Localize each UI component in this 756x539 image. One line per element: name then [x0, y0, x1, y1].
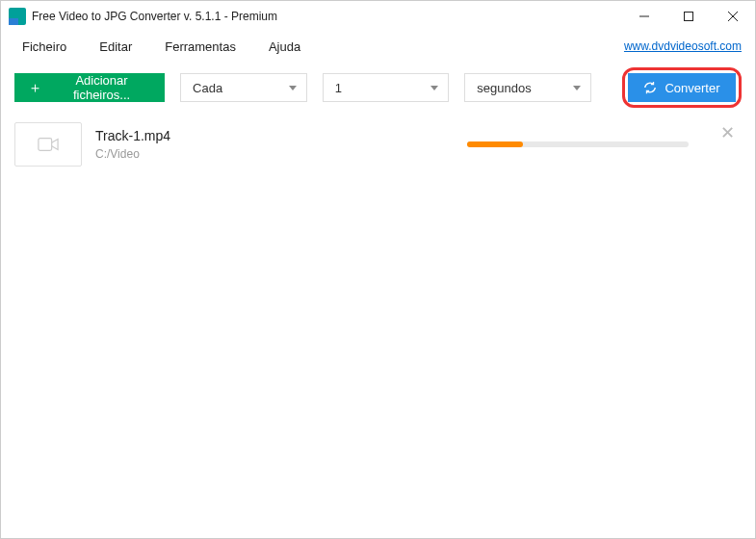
add-files-button[interactable]: ＋ Adicionar ficheiros...: [14, 73, 165, 102]
file-thumbnail: [14, 122, 82, 167]
website-link[interactable]: www.dvdvideosoft.com: [624, 39, 742, 53]
plus-icon: ＋: [28, 79, 42, 97]
file-path: C:/Video: [95, 147, 170, 161]
file-info: Track-1.mp4 C:/Video: [95, 128, 170, 161]
close-icon: [728, 12, 738, 21]
interval-dropdown[interactable]: 1: [323, 73, 450, 102]
add-files-label: Adicionar ficheiros...: [52, 73, 151, 102]
file-name: Track-1.mp4: [95, 128, 170, 143]
menu-tools[interactable]: Ferramentas: [157, 36, 244, 58]
menu-edit[interactable]: Editar: [91, 36, 140, 58]
interval-dropdown-value: 1: [335, 81, 342, 95]
maximize-icon: [684, 12, 693, 21]
file-row: Track-1.mp4 C:/Video ✕: [14, 118, 742, 170]
minimize-button[interactable]: [622, 1, 666, 32]
window-title: Free Video to JPG Converter v. 5.1.1 - P…: [32, 10, 622, 23]
app-icon: [9, 8, 26, 25]
close-button[interactable]: [711, 1, 755, 32]
minimize-icon: [639, 12, 649, 21]
window-controls: [622, 1, 755, 32]
svg-rect-4: [39, 139, 52, 151]
menu-help[interactable]: Ajuda: [261, 36, 308, 58]
convert-highlight: Converter: [622, 67, 742, 108]
maximize-button[interactable]: [666, 1, 711, 32]
unit-dropdown-value: segundos: [477, 81, 531, 95]
mode-dropdown[interactable]: Cada: [180, 73, 307, 102]
video-icon: [38, 137, 59, 152]
convert-button[interactable]: Converter: [628, 73, 736, 102]
svg-rect-1: [685, 13, 693, 21]
progress-bar: [467, 141, 523, 147]
remove-file-button[interactable]: ✕: [718, 124, 736, 141]
convert-label: Converter: [665, 81, 719, 95]
refresh-icon: [643, 81, 657, 94]
titlebar: Free Video to JPG Converter v. 5.1.1 - P…: [1, 1, 755, 32]
unit-dropdown[interactable]: segundos: [464, 73, 591, 102]
menu-file[interactable]: Ficheiro: [14, 36, 74, 58]
menubar: Ficheiro Editar Ferramentas Ajuda www.dv…: [1, 32, 755, 61]
progress-track: [467, 141, 689, 147]
mode-dropdown-value: Cada: [193, 81, 222, 95]
file-list: Track-1.mp4 C:/Video ✕: [1, 109, 755, 180]
x-icon: ✕: [720, 122, 735, 143]
toolbar: ＋ Adicionar ficheiros... Cada 1 segundos…: [1, 66, 755, 109]
